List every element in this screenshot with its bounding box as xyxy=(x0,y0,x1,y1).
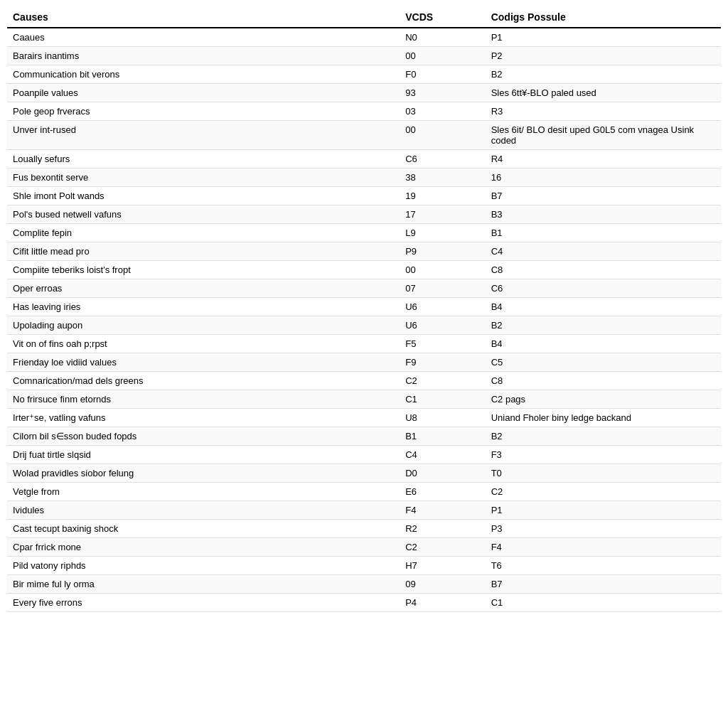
cell-codigs: F4 xyxy=(486,538,721,557)
cell-causes: Shle imont Polt wands xyxy=(7,187,400,205)
cell-codigs: Sles 6tt¥-BLO paled used xyxy=(486,84,721,102)
table-row: Shle imont Polt wands19B7 xyxy=(7,187,721,205)
table-row: Vetgle fromE6C2 xyxy=(7,483,721,501)
cell-causes: Complite fepin xyxy=(7,224,400,242)
table-row: Upolading auponU6B2 xyxy=(7,316,721,335)
cell-vcds: C2 xyxy=(400,538,485,557)
table-row: Cast tecupt baxinig shockR2P3 xyxy=(7,520,721,538)
cell-causes: Drij fuat tirtle slqsid xyxy=(7,446,400,464)
cell-causes: Bir mime ful ly orma xyxy=(7,575,400,594)
cell-causes: Barairs inantims xyxy=(7,47,400,65)
cell-codigs: R4 xyxy=(486,150,721,168)
table-row: Drij fuat tirtle slqsidC4F3 xyxy=(7,446,721,464)
header-vcds: VCDS xyxy=(400,7,485,28)
cell-vcds: 00 xyxy=(400,261,485,279)
cell-causes: Pild vatony riphds xyxy=(7,557,400,575)
table-row: Comnarication/mad dels greensC2C8 xyxy=(7,372,721,390)
cell-causes: Unver int-rused xyxy=(7,121,400,150)
cell-vcds: F0 xyxy=(400,65,485,84)
cell-causes: Pole geop frveracs xyxy=(7,102,400,121)
table-row: Complite fepinL9B1 xyxy=(7,224,721,242)
cell-causes: Ividules xyxy=(7,501,400,520)
cell-causes: Compiite teberiks loist's fropt xyxy=(7,261,400,279)
cell-codigs: Sles 6it/ BLO desit uped G0L5 com vnagea… xyxy=(486,121,721,150)
cell-vcds: U8 xyxy=(400,409,485,427)
table-row: Cilorn bil s∈sson buded fopdsB1B2 xyxy=(7,427,721,446)
cell-codigs: C2 pags xyxy=(486,390,721,409)
cell-causes: Comnarication/mad dels greens xyxy=(7,372,400,390)
cell-codigs: B3 xyxy=(486,205,721,224)
cell-vcds: F9 xyxy=(400,353,485,372)
cell-codigs: F3 xyxy=(486,446,721,464)
cell-causes: Every five errons xyxy=(7,594,400,612)
cell-codigs: P1 xyxy=(486,501,721,520)
cell-vcds: L9 xyxy=(400,224,485,242)
cell-vcds: F5 xyxy=(400,335,485,353)
cell-vcds: D0 xyxy=(400,464,485,483)
cell-causes: Cifit little mead pro xyxy=(7,242,400,261)
cell-vcds: B1 xyxy=(400,427,485,446)
cell-codigs: Uniand Fholer biny ledge backand xyxy=(486,409,721,427)
cell-codigs: T0 xyxy=(486,464,721,483)
cell-codigs: C2 xyxy=(486,483,721,501)
cell-codigs: B7 xyxy=(486,187,721,205)
cell-causes: Wolad pravidles siobor felung xyxy=(7,464,400,483)
table-row: Compiite teberiks loist's fropt00C8 xyxy=(7,261,721,279)
cell-codigs: C1 xyxy=(486,594,721,612)
cell-codigs: B2 xyxy=(486,427,721,446)
header-codigs: Codigs Possule xyxy=(486,7,721,28)
cell-vcds: U6 xyxy=(400,298,485,316)
table-row: Communication bit veronsF0B2 xyxy=(7,65,721,84)
table-row: Every five erronsP4C1 xyxy=(7,594,721,612)
cell-codigs: C5 xyxy=(486,353,721,372)
cell-causes: Cpar frrick mone xyxy=(7,538,400,557)
cell-vcds: C1 xyxy=(400,390,485,409)
cell-vcds: H7 xyxy=(400,557,485,575)
cell-causes: Has leaving iries xyxy=(7,298,400,316)
cell-causes: Irter⁺se, vatling vafuns xyxy=(7,409,400,427)
cell-vcds: 17 xyxy=(400,205,485,224)
cell-vcds: C6 xyxy=(400,150,485,168)
cell-codigs: C6 xyxy=(486,279,721,298)
header-causes: Causes xyxy=(7,7,400,28)
table-row: Oper erroas07C6 xyxy=(7,279,721,298)
cell-codigs: B4 xyxy=(486,298,721,316)
table-row: Wolad pravidles siobor felungD0T0 xyxy=(7,464,721,483)
table-row: Has leaving iriesU6B4 xyxy=(7,298,721,316)
table-row: Bir mime ful ly orma09B7 xyxy=(7,575,721,594)
cell-vcds: 00 xyxy=(400,47,485,65)
cell-vcds: N0 xyxy=(400,28,485,47)
cell-causes: Oper erroas xyxy=(7,279,400,298)
cell-vcds: R2 xyxy=(400,520,485,538)
cell-vcds: 03 xyxy=(400,102,485,121)
cell-causes: Communication bit verons xyxy=(7,65,400,84)
table-row: Unver int-rused00Sles 6it/ BLO desit upe… xyxy=(7,121,721,150)
cell-vcds: 09 xyxy=(400,575,485,594)
cell-codigs: P3 xyxy=(486,520,721,538)
cell-codigs: C8 xyxy=(486,372,721,390)
table-row: Vit on of fins oah p;rpstF5B4 xyxy=(7,335,721,353)
table-row: No frirsuce finm etorndsC1C2 pags xyxy=(7,390,721,409)
table-row: Barairs inantims00P2 xyxy=(7,47,721,65)
cell-vcds: E6 xyxy=(400,483,485,501)
cell-codigs: C8 xyxy=(486,261,721,279)
cell-causes: Fus bexontit serve xyxy=(7,168,400,187)
cell-codigs: P1 xyxy=(486,28,721,47)
cell-codigs: B7 xyxy=(486,575,721,594)
table-row: Cpar frrick moneC2F4 xyxy=(7,538,721,557)
cell-vcds: 19 xyxy=(400,187,485,205)
cell-codigs: T6 xyxy=(486,557,721,575)
cell-causes: Poanpile values xyxy=(7,84,400,102)
cell-vcds: C2 xyxy=(400,372,485,390)
cell-causes: No frirsuce finm etornds xyxy=(7,390,400,409)
cell-causes: Vetgle from xyxy=(7,483,400,501)
cell-causes: Vit on of fins oah p;rpst xyxy=(7,335,400,353)
cell-vcds: 93 xyxy=(400,84,485,102)
cell-codigs: B2 xyxy=(486,316,721,335)
cell-codigs: B2 xyxy=(486,65,721,84)
cell-vcds: F4 xyxy=(400,501,485,520)
table-row: IvidulesF4P1 xyxy=(7,501,721,520)
cell-causes: Pol's bused netwell vafuns xyxy=(7,205,400,224)
cell-causes: Caaues xyxy=(7,28,400,47)
cell-causes: Loually sefurs xyxy=(7,150,400,168)
